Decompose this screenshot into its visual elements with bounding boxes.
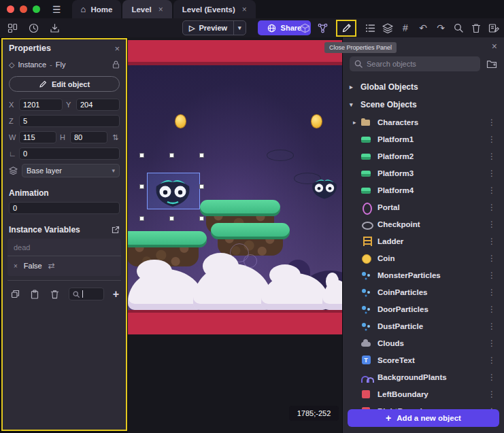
- object-list-item[interactable]: Platform2 ⋮: [343, 148, 504, 164]
- fly-enemy[interactable]: [308, 178, 341, 200]
- preview-button[interactable]: ▷ Preview ▾: [182, 20, 246, 35]
- variables-search-input[interactable]: [69, 288, 104, 300]
- duplicate-icon[interactable]: [10, 290, 20, 298]
- selection-handle[interactable]: [199, 184, 204, 189]
- add-new-object-button[interactable]: + Add a new object: [348, 409, 499, 427]
- close-tab-icon[interactable]: ×: [242, 5, 247, 14]
- object-list-item[interactable]: ▸ Characters ⋮: [343, 114, 504, 131]
- aspect-link-icon[interactable]: ⇅: [111, 133, 120, 142]
- item-menu-icon[interactable]: ⋮: [485, 220, 499, 229]
- item-menu-icon[interactable]: ⋮: [485, 254, 499, 263]
- object-list-item[interactable]: Coin ⋮: [343, 249, 504, 266]
- window-close-button[interactable]: [7, 5, 14, 13]
- layers-icon[interactable]: [382, 23, 393, 33]
- edit-object-button[interactable]: Edit object: [9, 76, 120, 92]
- object-list-item[interactable]: DoorParticles ⋮: [343, 300, 504, 317]
- selection-handle[interactable]: [139, 184, 144, 189]
- selection-handle[interactable]: [169, 216, 174, 221]
- close-tab-icon[interactable]: ×: [158, 5, 163, 14]
- tab-level-events[interactable]: Level (Events) ×: [173, 0, 256, 18]
- item-menu-icon[interactable]: ⋮: [485, 203, 499, 212]
- object-list-item[interactable]: Checkpoint ⋮: [343, 215, 504, 232]
- add-variable-button[interactable]: +: [113, 288, 119, 300]
- x-input[interactable]: [19, 99, 63, 111]
- selection-handle[interactable]: [139, 153, 144, 158]
- window-zoom-button[interactable]: [33, 5, 40, 13]
- trash-icon[interactable]: [49, 290, 60, 299]
- animation-input[interactable]: [9, 202, 120, 214]
- edit-events-icon[interactable]: [488, 23, 499, 33]
- search-objects-box[interactable]: [350, 56, 480, 71]
- window-minimize-button[interactable]: [20, 5, 27, 13]
- grid-icon[interactable]: #: [400, 23, 411, 33]
- object-list-item[interactable]: LeftBoundary ⋮: [343, 385, 504, 402]
- object-list-item[interactable]: Platform4 ⋮: [343, 181, 504, 198]
- selection-handle[interactable]: [199, 153, 204, 158]
- item-menu-icon[interactable]: ⋮: [485, 389, 499, 399]
- trash-icon[interactable]: [471, 23, 482, 33]
- item-menu-icon[interactable]: ⋮: [485, 305, 499, 314]
- item-menu-icon[interactable]: ⋮: [485, 135, 499, 144]
- properties-list-icon[interactable]: [365, 23, 375, 33]
- layout-grid-icon[interactable]: [7, 23, 18, 33]
- coin-sprite[interactable]: [175, 114, 186, 128]
- undo-icon[interactable]: ↶: [418, 23, 429, 33]
- mesh-3d-icon[interactable]: [299, 23, 310, 33]
- tab-home[interactable]: ⌂ Home: [72, 0, 122, 18]
- object-list-item[interactable]: Clouds ⋮: [343, 334, 504, 351]
- z-input[interactable]: [19, 115, 120, 127]
- cloud-sprite[interactable]: [193, 264, 272, 310]
- object-list-item[interactable]: BackgroundPlants ⋮: [343, 368, 504, 385]
- item-menu-icon[interactable]: ⋮: [485, 356, 499, 365]
- item-menu-icon[interactable]: ⋮: [485, 288, 499, 297]
- selection-handle[interactable]: [139, 216, 144, 221]
- external-link-icon[interactable]: [112, 226, 120, 234]
- close-objects-panel-icon[interactable]: ×: [492, 41, 497, 52]
- selection-handle[interactable]: [169, 153, 174, 158]
- save-icon[interactable]: [49, 23, 60, 33]
- swap-icon[interactable]: ⇄: [48, 261, 55, 271]
- object-list-item[interactable]: Portal ⋮: [343, 198, 504, 215]
- object-list-item[interactable]: Platform3 ⋮: [343, 164, 504, 181]
- selection-handle[interactable]: [199, 216, 204, 221]
- object-list-item[interactable]: CoinParticles ⋮: [343, 283, 504, 300]
- layer-select[interactable]: Base layer ▾: [22, 164, 120, 177]
- object-list-item[interactable]: ScoreText ⋮: [343, 351, 504, 368]
- angle-input[interactable]: [19, 148, 120, 160]
- tab-level[interactable]: Level ×: [122, 0, 171, 18]
- lock-icon[interactable]: [112, 60, 120, 69]
- preview-dropdown-icon[interactable]: ▾: [234, 24, 246, 31]
- variable-value-row[interactable]: × False ⇄: [7, 258, 121, 274]
- y-input[interactable]: [76, 99, 120, 111]
- item-menu-icon[interactable]: ⋮: [485, 118, 499, 127]
- item-menu-icon[interactable]: ⋮: [485, 186, 499, 195]
- width-input[interactable]: [19, 131, 56, 143]
- fly-enemy-selected[interactable]: [150, 178, 195, 208]
- pencil-icon[interactable]: [341, 23, 352, 33]
- redo-icon[interactable]: ↷: [435, 23, 446, 33]
- enemy-outline[interactable]: [267, 150, 294, 161]
- coin-sprite[interactable]: [311, 114, 322, 128]
- close-properties-icon[interactable]: ×: [114, 44, 120, 54]
- object-list-item[interactable]: Platform1 ⋮: [343, 131, 504, 148]
- level-canvas[interactable]: 1785;-252: [128, 37, 342, 433]
- item-menu-icon[interactable]: ⋮: [485, 271, 499, 280]
- item-menu-icon[interactable]: ⋮: [485, 237, 499, 246]
- object-list-item[interactable]: Ladder ⋮: [343, 232, 504, 249]
- item-menu-icon[interactable]: ⋮: [485, 169, 499, 178]
- hierarchy-nodes-icon[interactable]: [317, 23, 328, 33]
- object-list-item[interactable]: DustParticle ⋮: [343, 317, 504, 334]
- zoom-icon[interactable]: [453, 23, 464, 33]
- add-folder-icon[interactable]: [486, 60, 497, 69]
- search-objects-input[interactable]: [367, 60, 475, 68]
- item-menu-icon[interactable]: ⋮: [485, 339, 499, 348]
- hamburger-menu-icon[interactable]: ☰: [52, 4, 61, 15]
- object-list-item[interactable]: MonsterParticles ⋮: [343, 266, 504, 283]
- item-menu-icon[interactable]: ⋮: [485, 373, 499, 382]
- group-global-objects[interactable]: ▸ Global Objects: [343, 78, 504, 96]
- height-input[interactable]: [70, 131, 107, 143]
- group-scene-objects[interactable]: ▾ Scene Objects: [343, 96, 504, 114]
- history-clock-icon[interactable]: [28, 23, 39, 33]
- item-menu-icon[interactable]: ⋮: [485, 322, 499, 331]
- clipboard-icon[interactable]: [29, 290, 40, 299]
